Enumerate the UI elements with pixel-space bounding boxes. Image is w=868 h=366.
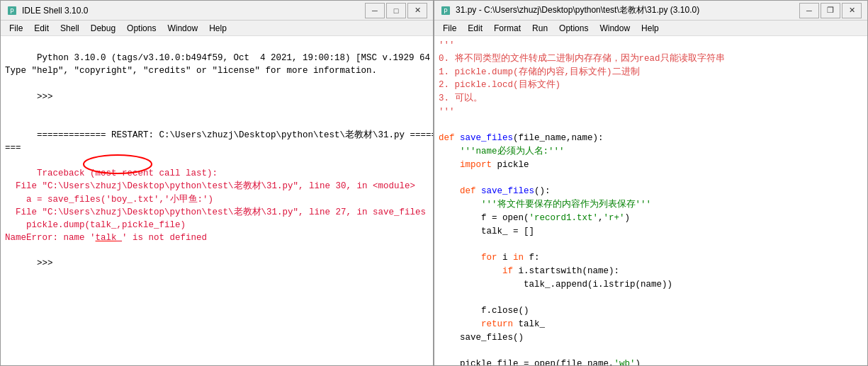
code-return-val: talk_	[513, 319, 545, 329]
shell-menu-edit[interactable]: Edit	[28, 22, 55, 35]
editor-menu-file[interactable]: File	[437, 22, 462, 35]
shell-minimize-button[interactable]: ─	[365, 3, 385, 18]
code-for-iter: f:	[524, 253, 540, 263]
editor-minimize-button[interactable]: ─	[799, 3, 819, 18]
shell-window-icon: P	[6, 5, 18, 16]
code-def1-params: (file_name,name):	[513, 133, 604, 143]
shell-traceback: Traceback (most recent call last): File …	[5, 168, 426, 243]
code-comment-line3: 3. 可以。	[439, 93, 483, 103]
code-for-keyword: for	[481, 253, 497, 263]
code-fopen-close: )	[625, 213, 631, 223]
code-fopen-str1: 'record1.txt'	[529, 213, 599, 223]
code-fopen-comma: ,	[598, 213, 604, 223]
code-docstring1: '''name必须为人名:'''	[439, 147, 565, 156]
editor-title-text: 31.py - C:\Users\zhuzj\Desktop\python\te…	[456, 4, 799, 16]
code-append-line: talk_.append(i.lstrip(name))	[439, 280, 672, 290]
code-fclose: f.close()	[439, 306, 529, 316]
shell-menu-window[interactable]: Window	[162, 22, 203, 35]
code-call-save: save_files()	[439, 333, 524, 343]
code-return-indent	[439, 319, 481, 329]
code-for-var: i	[497, 253, 514, 263]
code-fopen: f = open(	[439, 213, 529, 223]
editor-menu-edit[interactable]: Edit	[462, 22, 488, 35]
code-if-keyword: if	[502, 266, 513, 276]
code-def1-keyword: def	[439, 133, 460, 143]
shell-maximize-button[interactable]: □	[386, 3, 406, 18]
editor-window-controls: ─ ❐ ✕	[799, 3, 862, 18]
shell-title-bar: P IDLE Shell 3.10.0 ─ □ ✕	[1, 1, 433, 21]
code-talk-init: talk_ = []	[439, 227, 534, 236]
shell-startup-info: Python 3.10.0 (tags/v3.10.0:b494f59, Oct…	[5, 53, 433, 76]
editor-menu-format[interactable]: Format	[488, 22, 526, 35]
svg-text:P: P	[10, 8, 14, 15]
shell-title-text: IDLE Shell 3.10.0	[22, 6, 365, 16]
idle-shell-window: P IDLE Shell 3.10.0 ─ □ ✕ File Edit Shel…	[0, 0, 434, 366]
editor-window-icon: P	[440, 5, 451, 16]
code-if-cond: i.startswith(name):	[513, 266, 619, 276]
shell-restart-line: ============= RESTART: C:\Users\zhuzj\De…	[5, 130, 433, 153]
code-if-indent	[439, 266, 502, 276]
code-comment-line2: 2. pickle.locd(目标文件)	[439, 80, 560, 90]
shell-menu-help[interactable]: Help	[203, 22, 232, 35]
editor-menu-options[interactable]: Options	[553, 22, 594, 35]
shell-menu-shell[interactable]: Shell	[55, 22, 85, 35]
code-def1-name: save_files	[460, 133, 513, 143]
code-for-indent	[439, 253, 481, 263]
shell-close-button[interactable]: ✕	[407, 3, 427, 18]
code-pickle-open: pickle_file = open(file_name,	[439, 359, 614, 365]
editor-title-bar: P 31.py - C:\Users\zhuzj\Desktop\python\…	[434, 1, 867, 21]
editor-menu-bar: File Edit Format Run Options Window Help	[434, 21, 867, 36]
editor-close-button[interactable]: ✕	[842, 3, 862, 18]
shell-menu-debug[interactable]: Debug	[85, 22, 121, 35]
code-import-keyword: import	[460, 160, 492, 170]
error-underline-talk: talk_	[96, 233, 123, 243]
editor-restore-button[interactable]: ❐	[821, 3, 840, 18]
editor-content-area[interactable]: ''' 0. 将不同类型的文件转成二进制内存存储，因为read只能读取字符串 1…	[434, 36, 867, 365]
shell-content-area[interactable]: Python 3.10.0 (tags/v3.10.0:b494f59, Oct…	[1, 36, 433, 365]
code-in-keyword: in	[513, 253, 524, 263]
editor-code: ''' 0. 将不同类型的文件转成二进制内存存储，因为read只能读取字符串 1…	[439, 39, 863, 365]
code-pickle-close-paren: )	[636, 359, 641, 365]
shell-menu-file[interactable]: File	[4, 22, 28, 35]
code-def2-name: save_files	[481, 186, 534, 196]
code-import	[439, 160, 460, 170]
code-pickle-mode: 'wb'	[614, 359, 636, 365]
editor-menu-run[interactable]: Run	[526, 22, 553, 35]
shell-output: Python 3.10.0 (tags/v3.10.0:b494f59, Oct…	[5, 39, 429, 282]
code-def2-keyword: def	[460, 186, 481, 196]
shell-menu-bar: File Edit Shell Debug Options Window Hel…	[1, 21, 433, 36]
code-return-keyword: return	[481, 319, 513, 329]
editor-menu-help[interactable]: Help	[636, 22, 665, 35]
code-comment-line1: 1. pickle.dump(存储的内容,目标文件)二进制	[439, 67, 640, 77]
editor-window: P 31.py - C:\Users\zhuzj\Desktop\python\…	[434, 0, 868, 366]
code-fopen-str2: 'r+'	[604, 213, 625, 223]
shell-window-controls: ─ □ ✕	[365, 3, 427, 18]
svg-text:P: P	[444, 8, 448, 15]
code-docstring2: '''将文件要保存的内容作为列表保存'''	[439, 200, 651, 210]
code-comment-close: '''	[439, 107, 455, 117]
shell-menu-options[interactable]: Options	[121, 22, 162, 35]
shell-prompt-2: >>>	[37, 258, 58, 268]
editor-menu-window[interactable]: Window	[594, 22, 636, 35]
shell-prompt-1: >>>	[37, 92, 58, 102]
code-indent-def2	[439, 186, 460, 196]
code-comment-line0: 0. 将不同类型的文件转成二进制内存存储，因为read只能读取字符串	[439, 54, 725, 64]
code-import-name: pickle	[492, 160, 529, 170]
code-def2-params: ():	[534, 186, 551, 196]
code-comment-open: '''	[439, 40, 455, 50]
